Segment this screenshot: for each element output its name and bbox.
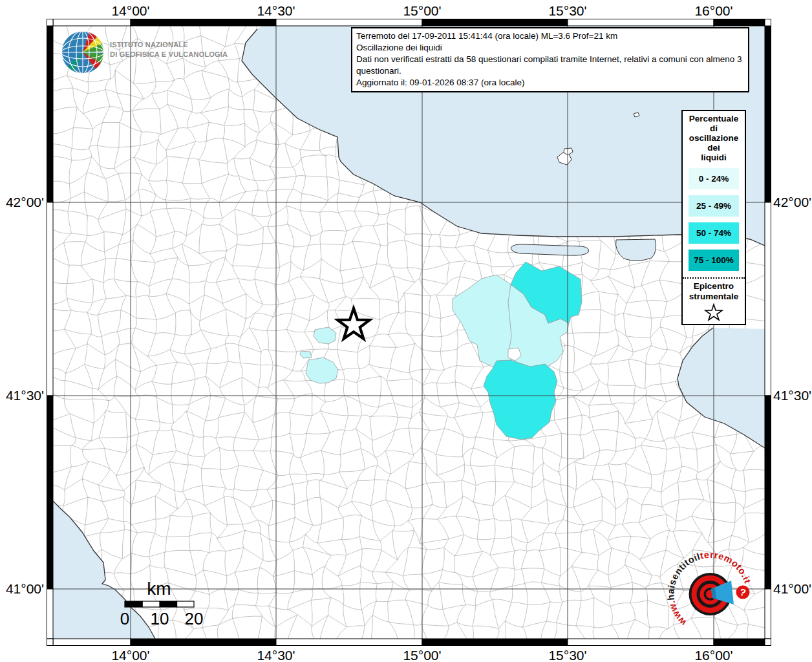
- axis-label-top-3: 15°30': [548, 3, 586, 19]
- info-line-source: Dati non verificati estratti da 58 quest…: [356, 54, 744, 77]
- scale-bar-cell: [142, 601, 160, 607]
- scale-bar-cell: [160, 601, 177, 607]
- axis-label-top-2: 15°00': [403, 3, 441, 19]
- frame-segment: [53, 19, 131, 27]
- legend-title-line: di: [683, 123, 745, 133]
- frame-segment: [47, 589, 54, 639]
- legend-swatch-0-24: 0 - 24%: [689, 168, 739, 189]
- scale-bar-unit: km: [147, 579, 171, 599]
- legend-swatch-50-74: 50 - 74%: [689, 222, 739, 244]
- info-line-updated: Aggiornato il: 09-01-2026 08:37 (ora loc…: [356, 77, 744, 89]
- ingv-name-line-1: ISTITUTO NAZIONALE: [110, 40, 228, 50]
- axis-label-bottom-4: 16°00': [694, 648, 732, 662]
- info-line-subject: Oscillazione dei liquidi: [356, 42, 744, 54]
- ingv-logo: ISTITUTO NAZIONALE DI GEOFISICA E VULCAN…: [59, 29, 253, 78]
- ingv-name-line-2: DI GEOFISICA E VULCANOLOGIA: [110, 50, 228, 59]
- frame-segment: [47, 202, 54, 396]
- scale-tick-0: 0: [120, 609, 129, 628]
- frame-segment: [47, 26, 54, 202]
- frame-segment: [422, 639, 568, 646]
- lesina-lagoon: [511, 244, 589, 255]
- frame-segment: [276, 639, 422, 646]
- legend-box: Percentuale di oscillazione dei liquidi …: [681, 110, 746, 325]
- frame-segment: [422, 19, 568, 27]
- legend-divider: [683, 277, 745, 279]
- axis-label-bottom-2: 15°00': [403, 648, 441, 662]
- frame-segment: [53, 639, 131, 646]
- scale-tick-20: 20: [185, 609, 204, 628]
- haisentito-watermark-logo: ? www.haisentitoilterremoto.it: [657, 545, 764, 648]
- frame-segment: [765, 396, 771, 589]
- frame-segment: [47, 396, 54, 589]
- axis-label-top-1: 14°30': [257, 3, 295, 19]
- legend-swatch-25-49: 25 - 49%: [689, 195, 739, 217]
- axis-label-bottom-3: 15°30': [548, 648, 586, 662]
- earthquake-map-page: { "header": { "info_box_lines": [ "Terre…: [0, 0, 812, 662]
- axis-label-bottom-0: 14°00': [111, 648, 149, 662]
- legend-swatch-75-100: 75 - 100%: [689, 250, 739, 271]
- axis-label-top-0: 14°00': [111, 3, 149, 19]
- frame-segment: [568, 19, 714, 27]
- legend-title-line: Percentuale: [683, 114, 745, 123]
- frame-segment: [714, 19, 765, 27]
- scale-bar-cell: [177, 601, 195, 607]
- scale-bar-cell: [125, 601, 142, 607]
- frame-segment: [47, 19, 54, 27]
- legend-title-line: liquidi: [683, 153, 745, 162]
- frame-segment: [765, 639, 771, 646]
- frame-segment: [765, 19, 771, 27]
- frame-segment: [765, 589, 771, 639]
- frame-segment: [765, 26, 771, 202]
- earthquake-info-box: Terremoto del 17-09-2011 15:41:44 (ora l…: [351, 27, 749, 92]
- scale-tick-10: 10: [151, 609, 169, 628]
- axis-label-top-4: 16°00': [694, 3, 732, 19]
- legend-title-line: dei: [683, 143, 745, 153]
- legend-epicenter-line-1: Epicentro: [683, 281, 745, 292]
- axis-label-left-2: 41°00': [0, 581, 44, 597]
- legend-epicenter-line-2: strumentale: [683, 292, 745, 302]
- axis-label-right-1: 41°30': [773, 388, 811, 403]
- haisentito-logo-icon: ? www.haisentitoilterremoto.it: [657, 545, 764, 648]
- axis-label-right-0: 42°00': [773, 195, 811, 210]
- axis-label-left-0: 42°00': [0, 195, 44, 210]
- frame-segment: [765, 202, 771, 396]
- frame-segment: [47, 639, 54, 646]
- axis-label-bottom-1: 14°30': [257, 648, 295, 662]
- question-mark-badge: ?: [736, 586, 750, 599]
- legend-epicenter-star-icon: [704, 303, 723, 321]
- frame-segment: [131, 19, 276, 27]
- legend-title-line: oscillazione: [683, 133, 745, 143]
- axis-label-right-2: 41°00': [773, 581, 811, 597]
- info-line-event: Terremoto del 17-09-2011 15:41:44 (ora l…: [356, 30, 744, 42]
- ingv-globe-icon: [59, 29, 106, 76]
- frame-segment: [131, 639, 276, 646]
- frame-segment: [276, 19, 422, 27]
- axis-label-left-1: 41°30': [0, 388, 44, 403]
